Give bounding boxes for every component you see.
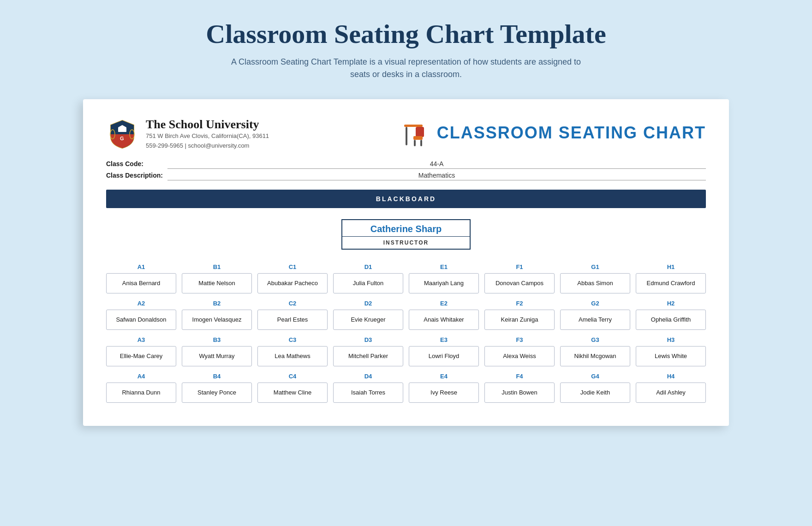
- chart-title-area: CLASSROOM SEATING CHART: [402, 118, 706, 148]
- seat-A3: Ellie-Mae Carey: [106, 346, 176, 366]
- class-code-value: 44-A: [167, 160, 706, 169]
- svg-rect-7: [413, 136, 423, 140]
- instructor-name: Catherine Sharp: [342, 220, 470, 237]
- doc-header: G The School University 751 W Birch Ave …: [106, 118, 706, 151]
- chair-icon: [402, 118, 430, 148]
- seat-column-F: F1Donovan CamposF2Keiran ZunigaF3Alexa W…: [484, 263, 555, 403]
- seat-column-E: E1Maariyah LangE2Anais WhitakerE3Lowri F…: [409, 263, 479, 403]
- seat-unit: F4Justin Bowen: [484, 373, 555, 403]
- seat-label-E4: E4: [409, 373, 479, 380]
- seat-label-D3: D3: [333, 336, 403, 343]
- seat-label-B2: B2: [182, 300, 252, 307]
- seat-label-F1: F1: [484, 263, 555, 270]
- seat-A4: Rhianna Dunn: [106, 383, 176, 403]
- seat-label-B3: B3: [182, 336, 252, 343]
- seat-label-A4: A4: [106, 373, 176, 380]
- seat-label-H4: H4: [636, 373, 706, 380]
- seat-unit: H1Edmund Crawford: [636, 263, 706, 293]
- seat-label-A2: A2: [106, 300, 176, 307]
- seat-E1: Maariyah Lang: [409, 273, 479, 293]
- instructor-label: INSTRUCTOR: [342, 237, 470, 249]
- blackboard: BLACKBOARD: [106, 190, 706, 208]
- seat-label-F4: F4: [484, 373, 555, 380]
- seat-D1: Julia Fulton: [333, 273, 403, 293]
- seat-E2: Anais Whitaker: [409, 310, 479, 330]
- seat-H2: Ophelia Griffith: [636, 310, 706, 330]
- svg-text:G: G: [120, 136, 124, 141]
- seat-label-C2: C2: [257, 300, 328, 307]
- seat-A1: Anisa Bernard: [106, 273, 176, 293]
- class-desc-value: Mathematics: [167, 172, 706, 180]
- seat-unit: B1Mattie Nelson: [182, 263, 252, 293]
- seat-column-H: H1Edmund CrawfordH2Ophelia GriffithH3Lew…: [636, 263, 706, 403]
- seat-unit: G2Amelia Terry: [560, 300, 630, 330]
- seat-B3: Wyatt Murray: [182, 346, 252, 366]
- seat-unit: B3Wyatt Murray: [182, 336, 252, 366]
- seat-label-E3: E3: [409, 336, 479, 343]
- seat-F1: Donovan Campos: [484, 273, 555, 293]
- seat-C2: Pearl Estes: [257, 310, 328, 330]
- svg-rect-6: [416, 127, 424, 137]
- seat-column-A: A1Anisa BernardA2Safwan DonaldsonA3Ellie…: [106, 263, 176, 403]
- seat-G2: Amelia Terry: [560, 310, 630, 330]
- seat-label-D2: D2: [333, 300, 403, 307]
- seat-label-G4: G4: [560, 373, 630, 380]
- seat-unit: E3Lowri Floyd: [409, 336, 479, 366]
- seat-G1: Abbas Simon: [560, 273, 630, 293]
- seat-label-E2: E2: [409, 300, 479, 307]
- seat-unit: B4Stanley Ponce: [182, 373, 252, 403]
- class-code-label: Class Code:: [106, 160, 163, 169]
- seat-label-D1: D1: [333, 263, 403, 270]
- seat-label-H3: H3: [636, 336, 706, 343]
- seat-unit: F2Keiran Zuniga: [484, 300, 555, 330]
- seat-column-G: G1Abbas SimonG2Amelia TerryG3Nikhil Mcgo…: [560, 263, 630, 403]
- seat-E3: Lowri Floyd: [409, 346, 479, 366]
- svg-rect-9: [420, 140, 422, 146]
- chart-title-text: CLASSROOM SEATING CHART: [437, 123, 706, 143]
- seat-label-B1: B1: [182, 263, 252, 270]
- seat-label-C3: C3: [257, 336, 328, 343]
- seat-unit: E1Maariyah Lang: [409, 263, 479, 293]
- seat-unit: C2Pearl Estes: [257, 300, 328, 330]
- school-address: 751 W Birch Ave Clovis, California(CA), …: [146, 132, 269, 141]
- seat-unit: G4Jodie Keith: [560, 373, 630, 403]
- seat-unit: C4Matthew Cline: [257, 373, 328, 403]
- document: G The School University 751 W Birch Ave …: [83, 99, 729, 426]
- seat-F2: Keiran Zuniga: [484, 310, 555, 330]
- seat-unit: H2Ophelia Griffith: [636, 300, 706, 330]
- svg-rect-8: [414, 140, 416, 146]
- seat-unit: B2Imogen Velasquez: [182, 300, 252, 330]
- seat-unit: C1Abubakar Pacheco: [257, 263, 328, 293]
- seat-unit: G1Abbas Simon: [560, 263, 630, 293]
- seat-F4: Justin Bowen: [484, 383, 555, 403]
- seat-D4: Isaiah Torres: [333, 383, 403, 403]
- seat-label-G2: G2: [560, 300, 630, 307]
- instructor-box: Catherine Sharp INSTRUCTOR: [341, 219, 471, 250]
- svg-rect-10: [406, 127, 407, 145]
- seat-A2: Safwan Donaldson: [106, 310, 176, 330]
- seat-label-G3: G3: [560, 336, 630, 343]
- seat-unit: C3Lea Mathews: [257, 336, 328, 366]
- seat-column-D: D1Julia FultonD2Evie KruegerD3Mitchell P…: [333, 263, 403, 403]
- seat-column-C: C1Abubakar PachecoC2Pearl EstesC3Lea Mat…: [257, 263, 328, 403]
- seat-unit: D2Evie Krueger: [333, 300, 403, 330]
- school-contact: 559-299-5965 | school@university.com: [146, 141, 269, 151]
- seat-F3: Alexa Weiss: [484, 346, 555, 366]
- seat-C4: Matthew Cline: [257, 383, 328, 403]
- class-info: Class Code: 44-A Class Description: Math…: [106, 160, 706, 180]
- seat-label-D4: D4: [333, 373, 403, 380]
- seat-unit: E4Ivy Reese: [409, 373, 479, 403]
- seat-B2: Imogen Velasquez: [182, 310, 252, 330]
- page-title: Classroom Seating Chart Template: [206, 18, 606, 49]
- school-info: G The School University 751 W Birch Ave …: [106, 118, 269, 151]
- seat-B4: Stanley Ponce: [182, 383, 252, 403]
- seat-unit: D1Julia Fulton: [333, 263, 403, 293]
- seat-unit: E2Anais Whitaker: [409, 300, 479, 330]
- seat-unit: H3Lewis White: [636, 336, 706, 366]
- seat-unit: A4Rhianna Dunn: [106, 373, 176, 403]
- seat-D3: Mitchell Parker: [333, 346, 403, 366]
- seat-H4: Adil Ashley: [636, 383, 706, 403]
- svg-rect-5: [404, 125, 423, 127]
- page-subtitle: A Classroom Seating Chart Template is a …: [221, 56, 591, 81]
- seat-label-G1: G1: [560, 263, 630, 270]
